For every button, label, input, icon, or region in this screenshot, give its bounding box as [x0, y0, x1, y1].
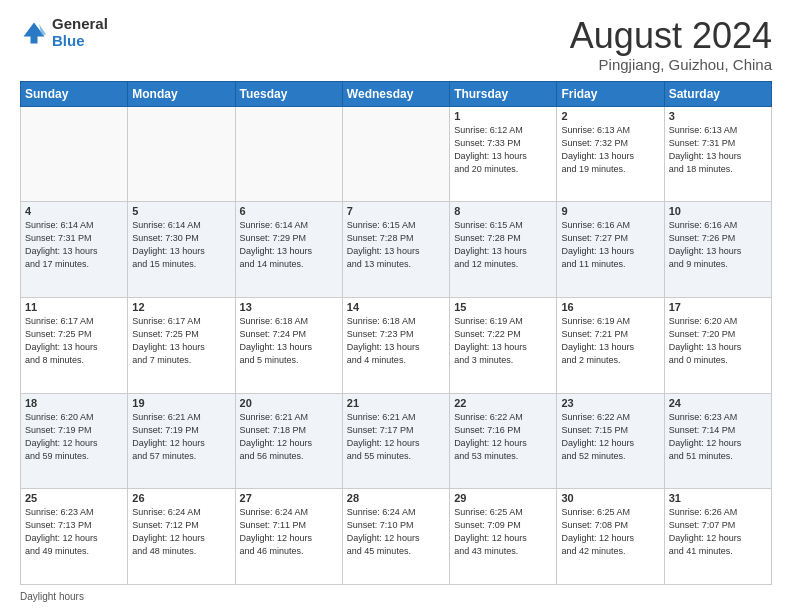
- calendar-cell: 15Sunrise: 6:19 AM Sunset: 7:22 PM Dayli…: [450, 297, 557, 393]
- logo-blue-text: Blue: [52, 33, 108, 50]
- calendar-cell: 20Sunrise: 6:21 AM Sunset: 7:18 PM Dayli…: [235, 393, 342, 489]
- calendar-cell: [342, 106, 449, 202]
- day-info: Sunrise: 6:20 AM Sunset: 7:20 PM Dayligh…: [669, 315, 767, 367]
- day-number: 26: [132, 492, 230, 504]
- day-info: Sunrise: 6:19 AM Sunset: 7:21 PM Dayligh…: [561, 315, 659, 367]
- day-info: Sunrise: 6:15 AM Sunset: 7:28 PM Dayligh…: [454, 219, 552, 271]
- weekday-header-row: SundayMondayTuesdayWednesdayThursdayFrid…: [21, 81, 772, 106]
- day-info: Sunrise: 6:17 AM Sunset: 7:25 PM Dayligh…: [25, 315, 123, 367]
- day-number: 29: [454, 492, 552, 504]
- day-number: 23: [561, 397, 659, 409]
- calendar-cell: 29Sunrise: 6:25 AM Sunset: 7:09 PM Dayli…: [450, 489, 557, 585]
- day-number: 4: [25, 205, 123, 217]
- day-number: 15: [454, 301, 552, 313]
- logo: General Blue: [20, 16, 108, 49]
- calendar-cell: 30Sunrise: 6:25 AM Sunset: 7:08 PM Dayli…: [557, 489, 664, 585]
- day-number: 13: [240, 301, 338, 313]
- day-number: 20: [240, 397, 338, 409]
- day-info: Sunrise: 6:13 AM Sunset: 7:32 PM Dayligh…: [561, 124, 659, 176]
- day-number: 27: [240, 492, 338, 504]
- calendar-cell: 7Sunrise: 6:15 AM Sunset: 7:28 PM Daylig…: [342, 202, 449, 298]
- footer: Daylight hours: [20, 591, 772, 602]
- day-info: Sunrise: 6:12 AM Sunset: 7:33 PM Dayligh…: [454, 124, 552, 176]
- day-number: 21: [347, 397, 445, 409]
- day-number: 24: [669, 397, 767, 409]
- calendar-cell: 11Sunrise: 6:17 AM Sunset: 7:25 PM Dayli…: [21, 297, 128, 393]
- title-block: August 2024 Pingjiang, Guizhou, China: [570, 16, 772, 73]
- day-info: Sunrise: 6:21 AM Sunset: 7:18 PM Dayligh…: [240, 411, 338, 463]
- calendar-cell: 26Sunrise: 6:24 AM Sunset: 7:12 PM Dayli…: [128, 489, 235, 585]
- calendar-cell: 9Sunrise: 6:16 AM Sunset: 7:27 PM Daylig…: [557, 202, 664, 298]
- calendar-cell: 25Sunrise: 6:23 AM Sunset: 7:13 PM Dayli…: [21, 489, 128, 585]
- calendar-cell: 8Sunrise: 6:15 AM Sunset: 7:28 PM Daylig…: [450, 202, 557, 298]
- logo-text: General Blue: [52, 16, 108, 49]
- calendar-cell: 10Sunrise: 6:16 AM Sunset: 7:26 PM Dayli…: [664, 202, 771, 298]
- day-number: 22: [454, 397, 552, 409]
- day-number: 7: [347, 205, 445, 217]
- calendar-cell: 14Sunrise: 6:18 AM Sunset: 7:23 PM Dayli…: [342, 297, 449, 393]
- location: Pingjiang, Guizhou, China: [570, 56, 772, 73]
- day-info: Sunrise: 6:19 AM Sunset: 7:22 PM Dayligh…: [454, 315, 552, 367]
- week-row-5: 25Sunrise: 6:23 AM Sunset: 7:13 PM Dayli…: [21, 489, 772, 585]
- header: General Blue August 2024 Pingjiang, Guiz…: [20, 16, 772, 73]
- day-number: 31: [669, 492, 767, 504]
- daylight-label: Daylight hours: [20, 591, 84, 602]
- day-info: Sunrise: 6:24 AM Sunset: 7:11 PM Dayligh…: [240, 506, 338, 558]
- day-info: Sunrise: 6:16 AM Sunset: 7:26 PM Dayligh…: [669, 219, 767, 271]
- calendar-cell: 4Sunrise: 6:14 AM Sunset: 7:31 PM Daylig…: [21, 202, 128, 298]
- day-number: 17: [669, 301, 767, 313]
- day-info: Sunrise: 6:23 AM Sunset: 7:14 PM Dayligh…: [669, 411, 767, 463]
- calendar-cell: 18Sunrise: 6:20 AM Sunset: 7:19 PM Dayli…: [21, 393, 128, 489]
- day-info: Sunrise: 6:15 AM Sunset: 7:28 PM Dayligh…: [347, 219, 445, 271]
- day-number: 25: [25, 492, 123, 504]
- calendar-cell: 28Sunrise: 6:24 AM Sunset: 7:10 PM Dayli…: [342, 489, 449, 585]
- calendar-cell: [128, 106, 235, 202]
- day-info: Sunrise: 6:20 AM Sunset: 7:19 PM Dayligh…: [25, 411, 123, 463]
- day-info: Sunrise: 6:14 AM Sunset: 7:31 PM Dayligh…: [25, 219, 123, 271]
- calendar-cell: 17Sunrise: 6:20 AM Sunset: 7:20 PM Dayli…: [664, 297, 771, 393]
- day-info: Sunrise: 6:17 AM Sunset: 7:25 PM Dayligh…: [132, 315, 230, 367]
- day-number: 18: [25, 397, 123, 409]
- day-number: 19: [132, 397, 230, 409]
- calendar-cell: 27Sunrise: 6:24 AM Sunset: 7:11 PM Dayli…: [235, 489, 342, 585]
- calendar-cell: 31Sunrise: 6:26 AM Sunset: 7:07 PM Dayli…: [664, 489, 771, 585]
- calendar-cell: 6Sunrise: 6:14 AM Sunset: 7:29 PM Daylig…: [235, 202, 342, 298]
- calendar-cell: [21, 106, 128, 202]
- day-number: 28: [347, 492, 445, 504]
- day-info: Sunrise: 6:21 AM Sunset: 7:19 PM Dayligh…: [132, 411, 230, 463]
- calendar-cell: 16Sunrise: 6:19 AM Sunset: 7:21 PM Dayli…: [557, 297, 664, 393]
- day-number: 16: [561, 301, 659, 313]
- day-info: Sunrise: 6:22 AM Sunset: 7:15 PM Dayligh…: [561, 411, 659, 463]
- calendar-cell: 12Sunrise: 6:17 AM Sunset: 7:25 PM Dayli…: [128, 297, 235, 393]
- day-number: 30: [561, 492, 659, 504]
- weekday-header-saturday: Saturday: [664, 81, 771, 106]
- day-number: 11: [25, 301, 123, 313]
- day-info: Sunrise: 6:18 AM Sunset: 7:24 PM Dayligh…: [240, 315, 338, 367]
- day-info: Sunrise: 6:18 AM Sunset: 7:23 PM Dayligh…: [347, 315, 445, 367]
- month-title: August 2024: [570, 16, 772, 56]
- calendar-cell: 19Sunrise: 6:21 AM Sunset: 7:19 PM Dayli…: [128, 393, 235, 489]
- day-number: 3: [669, 110, 767, 122]
- day-number: 14: [347, 301, 445, 313]
- calendar-cell: 5Sunrise: 6:14 AM Sunset: 7:30 PM Daylig…: [128, 202, 235, 298]
- calendar-cell: 21Sunrise: 6:21 AM Sunset: 7:17 PM Dayli…: [342, 393, 449, 489]
- weekday-header-wednesday: Wednesday: [342, 81, 449, 106]
- calendar-cell: 22Sunrise: 6:22 AM Sunset: 7:16 PM Dayli…: [450, 393, 557, 489]
- day-info: Sunrise: 6:25 AM Sunset: 7:08 PM Dayligh…: [561, 506, 659, 558]
- day-number: 2: [561, 110, 659, 122]
- day-number: 8: [454, 205, 552, 217]
- day-info: Sunrise: 6:24 AM Sunset: 7:10 PM Dayligh…: [347, 506, 445, 558]
- day-info: Sunrise: 6:22 AM Sunset: 7:16 PM Dayligh…: [454, 411, 552, 463]
- calendar-cell: 2Sunrise: 6:13 AM Sunset: 7:32 PM Daylig…: [557, 106, 664, 202]
- calendar-cell: 24Sunrise: 6:23 AM Sunset: 7:14 PM Dayli…: [664, 393, 771, 489]
- calendar-cell: 1Sunrise: 6:12 AM Sunset: 7:33 PM Daylig…: [450, 106, 557, 202]
- day-info: Sunrise: 6:23 AM Sunset: 7:13 PM Dayligh…: [25, 506, 123, 558]
- day-info: Sunrise: 6:14 AM Sunset: 7:29 PM Dayligh…: [240, 219, 338, 271]
- day-number: 1: [454, 110, 552, 122]
- day-info: Sunrise: 6:26 AM Sunset: 7:07 PM Dayligh…: [669, 506, 767, 558]
- day-number: 12: [132, 301, 230, 313]
- week-row-2: 4Sunrise: 6:14 AM Sunset: 7:31 PM Daylig…: [21, 202, 772, 298]
- calendar-cell: 3Sunrise: 6:13 AM Sunset: 7:31 PM Daylig…: [664, 106, 771, 202]
- logo-icon: [20, 19, 48, 47]
- calendar-table: SundayMondayTuesdayWednesdayThursdayFrid…: [20, 81, 772, 585]
